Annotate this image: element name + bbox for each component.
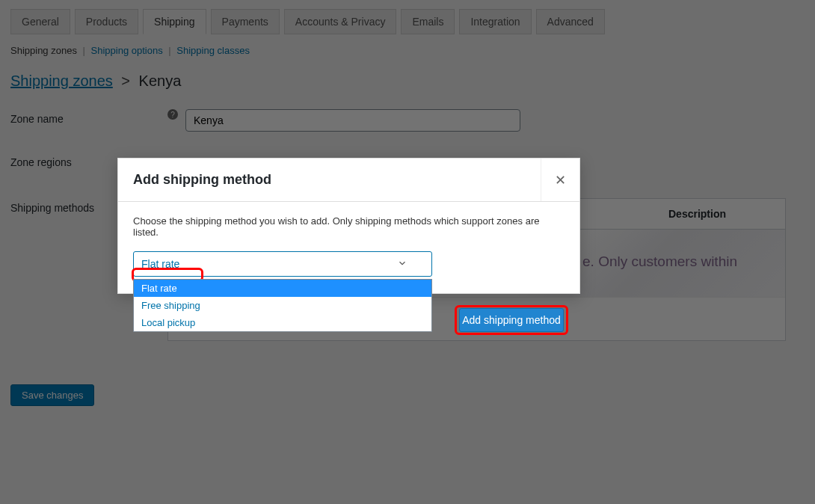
modal-close-button[interactable]: ✕	[541, 159, 579, 201]
shipping-method-dropdown: Flat rate Free shipping Local pickup	[133, 279, 432, 332]
close-icon: ✕	[555, 172, 566, 188]
option-free-shipping[interactable]: Free shipping	[134, 297, 431, 314]
option-flat-rate[interactable]: Flat rate	[134, 280, 431, 297]
add-shipping-method-modal: Add shipping method ✕ Choose the shippin…	[117, 158, 580, 294]
modal-description: Choose the shipping method you wish to a…	[133, 215, 565, 238]
chevron-down-icon	[397, 258, 408, 268]
modal-title: Add shipping method	[118, 159, 541, 201]
modal-add-shipping-method-button[interactable]: Add shipping method	[459, 308, 564, 332]
shipping-method-select[interactable]: Flat rate	[133, 251, 432, 277]
highlight-add-button: Add shipping method	[455, 305, 568, 335]
option-local-pickup[interactable]: Local pickup	[134, 314, 431, 331]
